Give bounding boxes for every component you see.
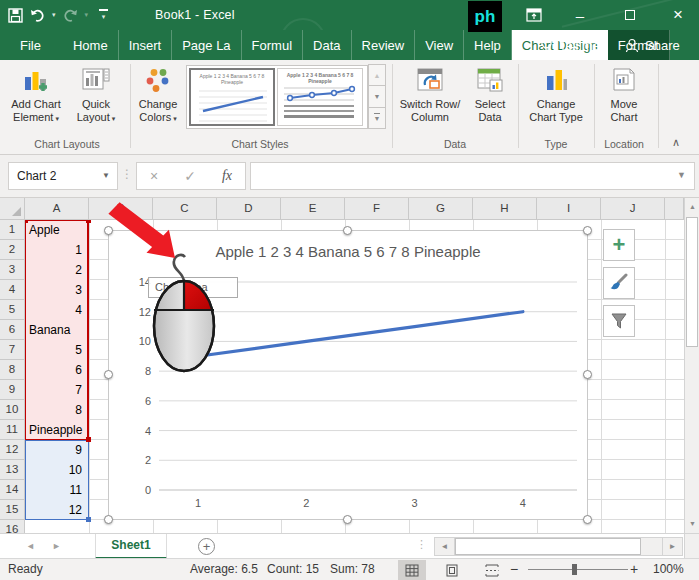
redo-icon[interactable] bbox=[63, 9, 78, 22]
insert-function-icon[interactable]: fx bbox=[222, 168, 232, 184]
name-box-caret[interactable]: ▼ bbox=[102, 163, 110, 189]
expand-formula-bar-icon[interactable]: ▼ bbox=[677, 170, 686, 180]
cell-a14[interactable]: 11 bbox=[25, 480, 87, 500]
cell-a6[interactable]: Banana bbox=[25, 320, 87, 340]
gallery-more-button[interactable]: ▼ bbox=[368, 107, 386, 129]
row-header-2[interactable]: 2 bbox=[0, 240, 25, 260]
undo-dropdown-caret[interactable]: ▾ bbox=[52, 11, 56, 19]
column-header-i[interactable]: I bbox=[537, 198, 601, 220]
enter-icon[interactable]: ✓ bbox=[184, 168, 196, 184]
share-button[interactable]: Share bbox=[625, 30, 680, 60]
tell-me-button[interactable]: Tell me bbox=[540, 30, 600, 60]
new-sheet-button[interactable]: + bbox=[198, 538, 215, 555]
cell-a3[interactable]: 2 bbox=[25, 260, 87, 280]
cell-a2[interactable]: 1 bbox=[25, 240, 87, 260]
ribbon-display-options-button[interactable] bbox=[519, 0, 549, 30]
ribbon-tab-file[interactable]: File bbox=[10, 30, 63, 60]
select-all-corner[interactable] bbox=[0, 198, 25, 220]
row-header-16[interactable]: 16 bbox=[0, 520, 25, 533]
row-header-10[interactable]: 10 bbox=[0, 400, 25, 420]
cell-a12[interactable]: 9 bbox=[25, 440, 87, 460]
select-data-button[interactable]: Select Data bbox=[466, 64, 514, 136]
chart-resize-handle[interactable] bbox=[583, 370, 592, 379]
row-header-1[interactable]: 1 bbox=[0, 220, 25, 240]
move-chart-button[interactable]: Move Chart bbox=[598, 64, 650, 136]
gallery-scroll-up-button[interactable]: ▲ bbox=[368, 64, 386, 86]
column-header-h[interactable]: H bbox=[473, 198, 537, 220]
row-header-11[interactable]: 11 bbox=[0, 420, 25, 440]
chart-resize-handle[interactable] bbox=[343, 515, 352, 524]
page-layout-view-button[interactable] bbox=[438, 560, 466, 580]
minimize-button[interactable]: – bbox=[565, 0, 595, 30]
ribbon-tab-data[interactable]: Data bbox=[303, 30, 351, 60]
cell-a5[interactable]: 4 bbox=[25, 300, 87, 320]
close-button[interactable]: × bbox=[663, 0, 693, 30]
normal-view-button[interactable] bbox=[398, 560, 426, 580]
row-header-5[interactable]: 5 bbox=[0, 300, 25, 320]
chart-filters-button[interactable] bbox=[603, 305, 635, 337]
column-header-e[interactable]: E bbox=[281, 198, 345, 220]
row-header-13[interactable]: 13 bbox=[0, 460, 25, 480]
cell-a8[interactable]: 6 bbox=[25, 360, 87, 380]
column-header-j[interactable]: J bbox=[601, 198, 665, 220]
row-header-14[interactable]: 14 bbox=[0, 480, 25, 500]
zoom-level[interactable]: 100% bbox=[653, 559, 684, 580]
change-chart-type-button[interactable]: Change Chart Type bbox=[522, 64, 590, 136]
chart-style-2[interactable]: Apple 1 2 3 4 Banana 5 6 7 8 Pineapple bbox=[277, 68, 363, 126]
customize-qat-button[interactable]: ▾ bbox=[99, 9, 108, 21]
column-header-d[interactable]: D bbox=[217, 198, 281, 220]
scroll-down-icon[interactable]: ▼ bbox=[686, 516, 699, 532]
horizontal-scroll-thumb[interactable] bbox=[455, 538, 641, 555]
ribbon-tab-home[interactable]: Home bbox=[63, 30, 119, 60]
save-icon[interactable] bbox=[8, 8, 23, 23]
scroll-right-icon[interactable]: ► bbox=[662, 538, 682, 555]
chart-styles-button[interactable] bbox=[603, 267, 635, 299]
zoom-in-button[interactable]: + bbox=[630, 559, 638, 580]
row-header-12[interactable]: 12 bbox=[0, 440, 25, 460]
collapse-ribbon-button[interactable]: ∧ bbox=[672, 136, 680, 149]
redo-dropdown-caret[interactable]: ▾ bbox=[85, 11, 89, 19]
chart-resize-handle[interactable] bbox=[583, 515, 592, 524]
chart-style-1[interactable]: Apple 1 2 3 4 Banana 5 6 7 8 Pineapple bbox=[189, 68, 275, 126]
page-break-preview-button[interactable] bbox=[478, 560, 506, 580]
zoom-slider-track[interactable] bbox=[528, 569, 628, 570]
row-header-15[interactable]: 15 bbox=[0, 500, 25, 520]
row-header-8[interactable]: 8 bbox=[0, 360, 25, 380]
zoom-slider-thumb[interactable] bbox=[572, 564, 577, 575]
chart-resize-handle[interactable] bbox=[343, 226, 352, 235]
column-header-g[interactable]: G bbox=[409, 198, 473, 220]
horizontal-scrollbar[interactable]: ◄ ► bbox=[434, 537, 683, 556]
cancel-icon[interactable]: × bbox=[150, 168, 158, 184]
undo-icon[interactable] bbox=[30, 9, 45, 22]
switch-row-column-button[interactable]: Switch Row/ Column bbox=[396, 64, 464, 136]
chart-elements-button[interactable]: + bbox=[603, 229, 635, 261]
gallery-scroll-down-button[interactable]: ▼ bbox=[368, 85, 386, 107]
ribbon-tab-view[interactable]: View bbox=[415, 30, 464, 60]
row-header-6[interactable]: 6 bbox=[0, 320, 25, 340]
sheet-nav-left-icon[interactable]: ◄ bbox=[26, 534, 35, 559]
ribbon-tab-formul[interactable]: Formul bbox=[242, 30, 303, 60]
scroll-left-icon[interactable]: ◄ bbox=[435, 538, 455, 555]
chart-resize-handle[interactable] bbox=[104, 370, 113, 379]
row-header-9[interactable]: 9 bbox=[0, 380, 25, 400]
quick-layout-button[interactable]: Quick Layout▾ bbox=[66, 64, 126, 136]
cell-a7[interactable]: 5 bbox=[25, 340, 87, 360]
chart-resize-handle[interactable] bbox=[104, 515, 113, 524]
cell-a13[interactable]: 10 bbox=[25, 460, 87, 480]
ribbon-tab-insert[interactable]: Insert bbox=[119, 30, 173, 60]
ribbon-tab-review[interactable]: Review bbox=[352, 30, 416, 60]
cell-a4[interactable]: 3 bbox=[25, 280, 87, 300]
ribbon-tab-help[interactable]: Help bbox=[464, 30, 512, 60]
vertical-scroll-thumb[interactable] bbox=[686, 217, 698, 347]
maximize-button[interactable] bbox=[615, 0, 645, 30]
row-header-7[interactable]: 7 bbox=[0, 340, 25, 360]
column-header-a[interactable]: A bbox=[25, 198, 89, 220]
row-header-3[interactable]: 3 bbox=[0, 260, 25, 280]
cell-a11[interactable]: Pineapple bbox=[25, 420, 87, 440]
chart-resize-handle[interactable] bbox=[583, 226, 592, 235]
sheet-nav-right-icon[interactable]: ► bbox=[52, 534, 61, 559]
ribbon-tab-page-la[interactable]: Page La bbox=[172, 30, 241, 60]
row-header-4[interactable]: 4 bbox=[0, 280, 25, 300]
formula-input[interactable]: ▼ bbox=[250, 162, 695, 190]
cell-a1[interactable]: Apple bbox=[25, 220, 87, 240]
